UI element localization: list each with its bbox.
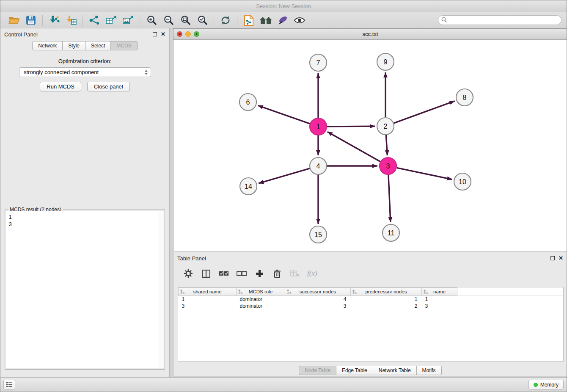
apply-layout-button[interactable] [217, 14, 234, 27]
column-header-predecessor-nodes[interactable]: predecessor nodes [351, 288, 422, 296]
memory-button[interactable]: Memory [528, 380, 564, 389]
open-session-button[interactable] [6, 14, 22, 27]
column-header-shared-name[interactable]: shared name [179, 288, 237, 296]
tab-select[interactable]: Select [85, 41, 111, 50]
deselect-all-button[interactable] [236, 268, 247, 279]
select-all-icon [219, 271, 229, 276]
import-network-database-button[interactable] [240, 14, 257, 27]
save-session-button[interactable] [22, 14, 39, 27]
network-branch-icon [89, 15, 100, 25]
zoom-in-icon [146, 15, 157, 25]
graph-edge-4-14[interactable] [259, 168, 310, 183]
tab-motifs[interactable]: Motifs [417, 366, 442, 375]
column-header-mcds-role[interactable]: MCDS role [237, 288, 285, 296]
graph-edge-1-6[interactable] [258, 105, 310, 124]
close-window-button[interactable]: ✕ [177, 31, 182, 37]
zoom-fit-icon [180, 15, 191, 25]
main-toolbar [0, 12, 567, 28]
float-table-panel-icon[interactable] [550, 256, 555, 260]
export-image-button[interactable] [120, 14, 137, 27]
tab-edge-table[interactable]: Edge Table [336, 366, 373, 375]
import-table-file-button[interactable] [63, 14, 80, 27]
network-file-icon [244, 15, 254, 26]
close-table-panel-icon[interactable]: ✕ [559, 256, 563, 260]
table-settings-button[interactable] [183, 268, 194, 279]
zoom-selected-button[interactable] [194, 14, 211, 27]
style-brush-icon [277, 15, 288, 25]
graph-node-label: 9 [384, 58, 388, 66]
mcds-result-text: 1 3 [6, 211, 159, 368]
delete-column-button[interactable] [272, 268, 283, 279]
toolbar-separator [237, 15, 237, 26]
first-neighbors-button[interactable] [257, 14, 274, 27]
tab-style[interactable]: Style [63, 41, 85, 50]
node-table: shared name MCDS role [178, 287, 563, 309]
graph-edge-1-2[interactable] [327, 126, 375, 127]
tab-network-table[interactable]: Network Table [373, 366, 417, 375]
table-header-row: shared name MCDS role [179, 288, 564, 296]
import-network-icon [48, 15, 60, 25]
export-table-button[interactable] [103, 14, 120, 27]
tab-mcds[interactable]: MCDS [111, 41, 137, 50]
new-network-button[interactable] [86, 14, 103, 27]
network-canvas[interactable]: 7968124314101511 [173, 40, 567, 251]
column-header-successor-nodes[interactable]: successor nodes [285, 288, 351, 296]
select-arrows-icon [144, 69, 148, 75]
column-header-filler [457, 288, 564, 296]
zoom-in-button[interactable] [143, 14, 160, 27]
network-window-title: scc.txt [173, 31, 567, 37]
table-row[interactable]: 3 dominator 3 2 3 [179, 303, 564, 309]
result-scrollbar[interactable] [159, 211, 164, 368]
window-title: Session: New Session [256, 3, 311, 9]
houses-icon [259, 16, 272, 25]
optimization-criterion-value: strongly connected component [24, 69, 99, 75]
tab-node-table[interactable]: Node Table [299, 366, 336, 375]
graph-node-label: 2 [384, 123, 388, 130]
graph-node-label: 7 [317, 59, 320, 66]
memory-status-dot [534, 383, 538, 387]
table-row[interactable]: 1 dominator 4 1 1 [179, 296, 564, 303]
network-view-window: scc.txt ✕ − + 7968124314101511 [173, 28, 567, 251]
control-panel-title: Control Panel [4, 31, 38, 38]
image-arrow-icon [123, 15, 134, 25]
show-columns-button[interactable] [201, 268, 212, 279]
table-arrow-icon [106, 15, 117, 25]
control-panel: Control Panel ✕ Network Style Select MCD… [0, 28, 170, 378]
graph-edge-2-3[interactable] [386, 135, 387, 155]
network-window-titlebar: scc.txt ✕ − + [173, 29, 567, 40]
eye-icon [294, 16, 306, 25]
column-sort-icon [352, 290, 357, 294]
mcds-result-groupbox: MCDS result (2 nodes) 1 3 [5, 210, 165, 370]
float-panel-icon[interactable] [153, 32, 157, 36]
table-browser-toggle-button[interactable] [3, 380, 15, 389]
create-column-button[interactable] [254, 268, 265, 279]
column-sort-icon [180, 290, 185, 294]
optimization-criterion-select[interactable]: strongly connected component [19, 67, 151, 77]
save-floppy-icon [26, 16, 36, 25]
graph-edge-3-1[interactable] [328, 132, 380, 161]
graph-edge-3-11[interactable] [388, 175, 391, 222]
open-folder-icon [8, 16, 20, 25]
zoom-out-button[interactable] [160, 14, 177, 27]
toolbar-search [438, 15, 561, 25]
delete-table-icon [290, 270, 300, 277]
graph-node-label: 4 [317, 163, 320, 170]
select-all-button[interactable] [218, 268, 229, 279]
search-input[interactable] [438, 15, 561, 25]
graph-edge-3-10[interactable] [397, 168, 452, 179]
minimize-window-button[interactable]: − [185, 31, 191, 37]
graph-edge-2-8[interactable] [394, 101, 455, 123]
import-network-file-button[interactable] [46, 14, 63, 27]
maximize-window-button[interactable]: + [194, 31, 199, 37]
close-panel-icon[interactable]: ✕ [161, 32, 165, 36]
graph-node-label: 11 [388, 229, 395, 237]
graph-node-label: 8 [463, 94, 467, 101]
tab-network[interactable]: Network [32, 41, 63, 50]
column-header-name[interactable]: name [422, 288, 457, 296]
run-mcds-button[interactable]: Run MCDS [40, 82, 81, 91]
zoom-fit-button[interactable] [177, 14, 194, 27]
zoom-selected-icon [197, 15, 208, 25]
apply-style-button[interactable] [274, 14, 291, 27]
close-panel-button[interactable]: Close panel [87, 82, 130, 91]
show-hide-button[interactable] [291, 14, 308, 27]
